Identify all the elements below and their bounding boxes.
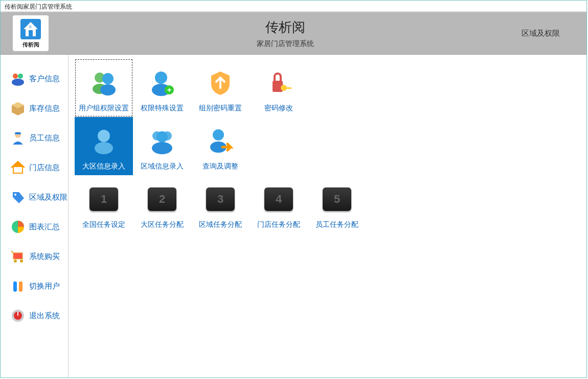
svg-line-13 [11,251,13,253]
sidebar-item-purchase[interactable]: 系统购买 [1,242,68,271]
tag-icon [10,189,26,205]
app-window: 传析阅家居门店管理系统 E 传析阅 传析阅 家居门店管理系统 区域及权限 客户信… [0,0,587,378]
shield-up-icon [202,65,238,101]
tile-label: 大区信息录入 [82,162,125,171]
box-icon [10,100,26,116]
lock-key-icon [261,65,297,101]
tile-label: 大区任务分配 [141,220,184,229]
svg-point-5 [12,79,24,86]
sidebar-item-label: 图表汇总 [29,222,60,232]
svg-point-38 [213,129,224,140]
sidebar-item-label: 退出系统 [29,311,60,321]
tile-group-pwd-reset[interactable]: 组别密码重置 [191,59,250,117]
sidebar-item-label: 门店信息 [29,163,60,173]
user-single-icon [86,123,122,159]
sidebar-item-label: 系统购买 [29,252,60,262]
svg-point-22 [102,73,114,84]
tile-pwd-change[interactable]: 密码修改 [250,59,308,117]
sidebar: 客户信息 库存信息 员工信息 门店信息 [1,55,69,377]
svg-rect-9 [15,132,21,134]
tile-task-staff[interactable]: 5 员工任务分配 [308,175,366,233]
power-icon [10,307,26,324]
sidebar-item-label: 员工信息 [29,133,60,143]
tile-perm-special[interactable]: + 权限特殊设置 [133,59,191,117]
user-add-icon: + [144,65,180,101]
header-subtitle: 家居门店管理系统 [257,39,314,49]
tile-row-3: 1 全国任务设定 2 大区任务分配 3 区域任务分配 4 门店任务分配 5 [75,175,586,233]
svg-text:E: E [29,25,32,29]
tile-label: 全国任务设定 [82,220,125,229]
svg-rect-12 [13,253,22,259]
svg-point-4 [18,74,23,79]
svg-point-37 [152,142,172,154]
sidebar-item-label: 客户信息 [29,74,60,84]
number-tile-3-icon: 3 [202,181,238,217]
tile-label: 员工任务分配 [315,220,358,229]
svg-rect-20 [17,312,18,316]
number-tile-1-icon: 1 [86,181,122,217]
tile-region-entry[interactable]: 区域信息录入 [133,117,191,175]
svg-rect-17 [19,281,22,292]
tile-label: 组别密码重置 [199,104,242,113]
app-logo: E 传析阅 [13,15,49,51]
number-tile-4-icon: 4 [261,181,297,217]
header-section: 区域及权限 [522,29,560,38]
svg-text:+: + [167,86,171,94]
svg-point-33 [95,142,113,154]
svg-point-36 [156,131,168,143]
tile-label: 密码修改 [264,104,293,113]
tile-label: 查询及调整 [202,162,238,171]
svg-point-3 [13,74,18,79]
user-arrow-icon [202,123,238,159]
svg-rect-16 [13,281,17,292]
tile-label: 权限特殊设置 [141,104,184,113]
sidebar-item-exit[interactable]: 退出系统 [1,301,68,330]
tile-task-store[interactable]: 4 门店任务分配 [250,175,308,233]
sidebar-item-label: 库存信息 [29,104,60,113]
svg-rect-1 [29,30,33,36]
sidebar-item-label: 区域及权限 [29,193,67,202]
svg-point-32 [98,130,110,142]
tile-query-adjust[interactable]: 查询及调整 [191,117,250,175]
sidebar-item-inventory[interactable]: 库存信息 [1,93,68,123]
chart-icon [10,219,26,235]
tile-task-region[interactable]: 3 区域任务分配 [191,175,250,233]
svg-point-25 [155,72,167,84]
tile-row-1: 用户组权限设置 + 权限特殊设置 组别密码重置 [75,59,586,117]
sidebar-item-store[interactable]: 门店信息 [1,153,68,182]
main-panel: 用户组权限设置 + 权限特殊设置 组别密码重置 [69,55,586,377]
sidebar-item-switchuser[interactable]: 切换用户 [1,271,68,301]
svg-point-14 [14,259,17,263]
tile-task-large[interactable]: 2 大区任务分配 [133,175,191,233]
house-icon [10,159,26,176]
customers-icon [10,70,26,87]
tile-task-national[interactable]: 1 全国任务设定 [75,175,133,233]
svg-rect-31 [285,87,291,89]
logo-label: 传析阅 [22,41,39,49]
switch-user-icon [10,278,26,294]
tile-label: 区域信息录入 [141,162,184,171]
tile-label: 区域任务分配 [199,220,242,229]
sidebar-item-customer[interactable]: 客户信息 [1,64,68,93]
header-title: 传析阅 [265,18,305,36]
svg-point-24 [100,84,116,96]
number-tile-5-icon: 5 [319,181,355,217]
tile-region-large-entry[interactable]: 大区信息录入 [75,117,133,175]
cart-icon [10,248,26,265]
house-icon: E [18,18,43,40]
sidebar-item-charts[interactable]: 图表汇总 [1,212,68,242]
users-blue-icon [144,123,180,159]
tile-label: 用户组权限设置 [79,104,129,113]
svg-point-15 [20,259,23,263]
sidebar-item-staff[interactable]: 员工信息 [1,123,68,153]
svg-point-10 [14,194,16,196]
window-title: 传析阅家居门店管理系统 [1,1,586,12]
tile-label: 门店任务分配 [257,220,300,229]
users-group-icon [86,65,122,101]
tile-user-group-perm[interactable]: 用户组权限设置 [75,59,133,117]
header: E 传析阅 传析阅 家居门店管理系统 区域及权限 [1,12,586,55]
sidebar-item-label: 切换用户 [29,281,60,291]
tile-row-2: 大区信息录入 区域信息录入 查询及调整 [75,117,586,175]
sidebar-item-region[interactable]: 区域及权限 [1,182,68,212]
person-icon [10,130,26,146]
